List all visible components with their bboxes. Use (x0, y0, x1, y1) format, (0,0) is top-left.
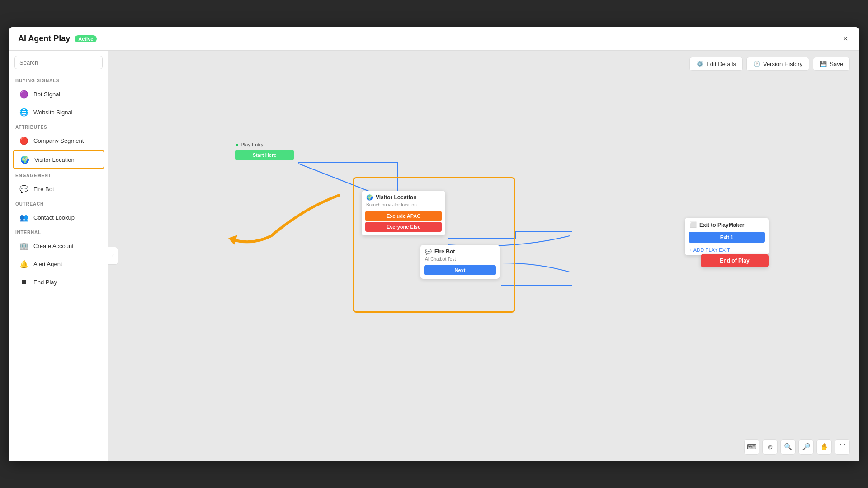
sidebar-item-label: Website Signal (33, 109, 72, 116)
close-button[interactable]: × (841, 32, 850, 46)
canvas-toolbar: ⚙️ Edit Details 🕐 Version History 💾 Save (689, 57, 850, 71)
sidebar-item-company-segment[interactable]: 🔴 Company Segment (13, 132, 104, 149)
zoom-out-button[interactable]: 🔎 (798, 439, 814, 455)
fire-bot-next-btn[interactable]: Next (424, 265, 496, 275)
play-entry-btn[interactable]: Start Here (235, 150, 294, 160)
exit-playmaker-icon: ⬜ (689, 221, 697, 228)
sidebar-item-contact-lookup[interactable]: 👥 Contact Lookup (13, 209, 104, 226)
node-visitor-location[interactable]: 🌍 Visitor Location Branch on visitor loc… (362, 191, 445, 235)
sidebar-item-bot-signal[interactable]: 🟣 Bot Signal (13, 85, 104, 103)
sidebar-item-website-signal[interactable]: 🌐 Website Signal (13, 103, 104, 121)
sidebar-item-label: Create Account (33, 243, 74, 249)
collapse-sidebar-button[interactable]: ‹ (108, 247, 118, 265)
section-internal: INTERNAL (9, 226, 108, 237)
sidebar-item-fire-bot[interactable]: 💬 Fire Bot (13, 180, 104, 197)
zoom-in-button[interactable]: 🔍 (780, 439, 796, 455)
fire-bot-icon: 💬 (19, 184, 29, 194)
gear-icon: ⚙️ (696, 61, 703, 67)
section-buying-signals: BUYING SIGNALS (9, 75, 108, 85)
exclude-apac-btn[interactable]: Exclude APAC (365, 211, 442, 221)
section-attributes: ATTRIBUTES (9, 121, 108, 131)
fire-bot-subtitle: AI Chatbot Test (420, 257, 500, 264)
company-segment-icon: 🔴 (19, 136, 29, 145)
fire-bot-node-title: Fire Bot (434, 249, 455, 255)
sidebar-item-visitor-location[interactable]: 🌍 Visitor Location (13, 150, 104, 169)
exit1-btn[interactable]: Exit 1 (689, 232, 765, 243)
annotation-arrow (190, 182, 353, 263)
alert-agent-icon: 🔔 (19, 259, 29, 269)
sidebar-item-create-account[interactable]: 🏢 Create Account (13, 237, 104, 254)
end-play-icon: ⏹ (19, 277, 29, 287)
play-entry-title: Play Entry (241, 142, 263, 147)
sidebar-item-label: Visitor Location (34, 156, 75, 163)
create-account-icon: 🏢 (19, 241, 29, 251)
active-badge: Active (75, 35, 97, 42)
sidebar-item-alert-agent[interactable]: 🔔 Alert Agent (13, 255, 104, 272)
visitor-location-node-icon: 🌍 (366, 194, 373, 201)
everyone-else-btn[interactable]: Everyone Else (365, 222, 442, 232)
fullscreen-button[interactable]: ⛶ (835, 439, 850, 455)
sidebar: BUYING SIGNALS 🟣 Bot Signal 🌐 Website Si… (9, 51, 108, 461)
canvas-area: ‹ ⚙️ Edit Details 🕐 Version History 💾 Sa… (108, 51, 859, 461)
canvas-bottom-toolbar: ⌨ ⊕ 🔍 🔎 ✋ ⛶ (744, 439, 850, 455)
sidebar-item-end-play[interactable]: ⏹ End Play (13, 273, 104, 291)
node-play-entry[interactable]: ● Play Entry Start Here (235, 141, 294, 160)
sidebar-item-label: Contact Lookup (33, 214, 75, 221)
visitor-location-icon: 🌍 (20, 155, 30, 164)
flow-canvas: ● Play Entry Start Here 🌍 Visitor Locati… (108, 51, 859, 461)
hand-tool-button[interactable]: ✋ (816, 439, 832, 455)
website-signal-icon: 🌐 (19, 107, 29, 117)
section-outreach: OUTREACH (9, 198, 108, 208)
sidebar-item-label: Company Segment (33, 137, 84, 144)
version-history-button[interactable]: 🕐 Version History (746, 57, 809, 71)
sidebar-item-label: End Play (33, 279, 57, 286)
save-button[interactable]: 💾 Save (813, 57, 850, 71)
node-exit-playmaker[interactable]: ⬜ Exit to PlayMaker Exit 1 + ADD PLAY EX… (685, 218, 769, 255)
modal-title: AI Agent Play (18, 34, 70, 43)
visitor-location-node-title: Visitor Location (376, 194, 416, 201)
modal-title-group: AI Agent Play Active (18, 34, 97, 43)
node-end-play[interactable]: End of Play (701, 254, 769, 267)
keyboard-tool-button[interactable]: ⌨ (744, 439, 760, 455)
play-entry-dot-icon: ● (235, 141, 239, 148)
section-engagement: ENGAGEMENT (9, 169, 108, 180)
modal-overlay: AI Agent Play Active × BUYING SIGNALS 🟣 … (9, 27, 859, 461)
bot-signal-icon: 🟣 (19, 89, 29, 99)
save-icon: 💾 (820, 61, 827, 67)
exit-playmaker-title: Exit to PlayMaker (699, 222, 744, 228)
node-fire-bot[interactable]: 💬 Fire Bot AI Chatbot Test Next (420, 245, 500, 279)
sidebar-item-label: Bot Signal (33, 91, 60, 98)
contact-lookup-icon: 👥 (19, 212, 29, 222)
fire-bot-node-icon: 💬 (425, 249, 432, 255)
modal-body: BUYING SIGNALS 🟣 Bot Signal 🌐 Website Si… (9, 51, 859, 461)
search-input[interactable] (14, 56, 103, 69)
edit-details-button[interactable]: ⚙️ Edit Details (689, 57, 743, 71)
visitor-location-subtitle: Branch on visitor location (362, 202, 445, 210)
sidebar-item-label: Alert Agent (33, 261, 62, 267)
history-icon: 🕐 (753, 61, 760, 67)
sidebar-item-label: Fire Bot (33, 186, 54, 192)
target-tool-button[interactable]: ⊕ (762, 439, 778, 455)
modal-header: AI Agent Play Active × (9, 27, 859, 51)
